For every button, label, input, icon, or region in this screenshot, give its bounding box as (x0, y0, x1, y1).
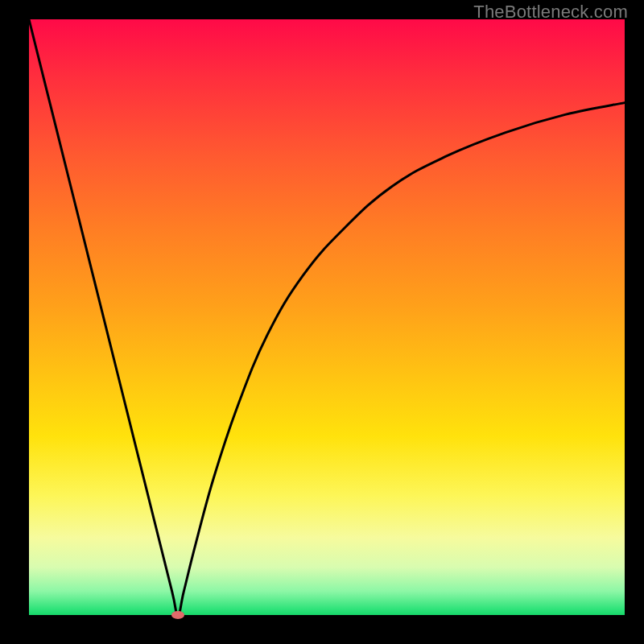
minimum-marker (171, 611, 184, 619)
bottleneck-curve (29, 19, 625, 615)
plot-area (29, 19, 625, 615)
chart-frame: TheBottleneck.com (0, 0, 644, 644)
